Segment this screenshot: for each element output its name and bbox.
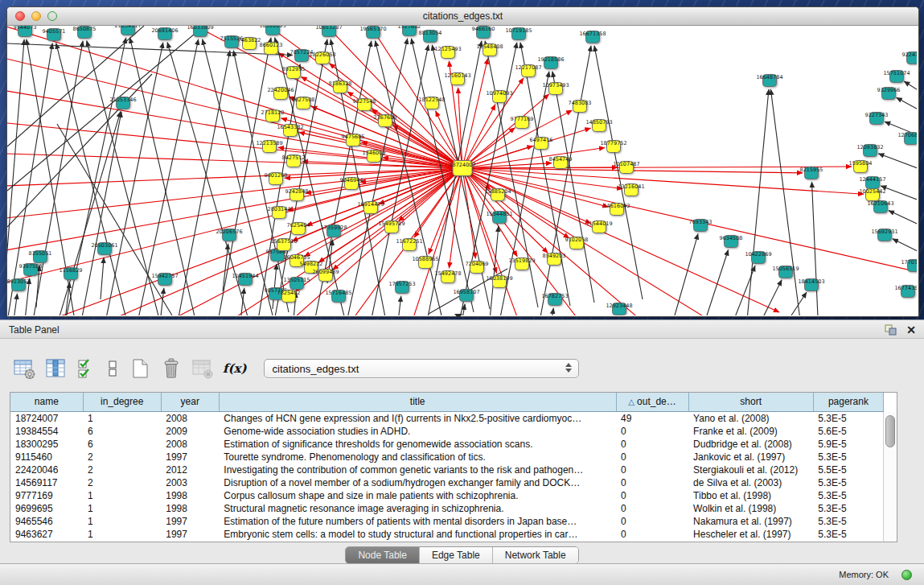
graph-node[interactable]: 8427512 bbox=[282, 154, 306, 167]
column-header-title[interactable]: title bbox=[219, 393, 616, 411]
row-height-button[interactable] bbox=[104, 355, 121, 382]
graph-node[interactable]: 11544019 bbox=[585, 220, 612, 233]
table-row[interactable]: 969969511998Structural magnetic resonanc… bbox=[10, 502, 884, 515]
graph-node[interactable]: 1156829 bbox=[60, 267, 83, 280]
graph-node[interactable]: 14850793 bbox=[585, 119, 612, 132]
graph-node[interactable]: 9634508 bbox=[720, 235, 743, 248]
graph-node[interactable]: 15344851 bbox=[486, 211, 512, 224]
select-rows-button[interactable] bbox=[74, 355, 98, 382]
graph-node[interactable]: 2803144 bbox=[268, 206, 291, 219]
graph-node[interactable]: 16543382 bbox=[277, 124, 303, 137]
graph-node[interactable]: 18226058 bbox=[309, 51, 335, 64]
graph-node[interactable]: 8650875 bbox=[73, 26, 97, 39]
graph-node[interactable]: 15751074 bbox=[883, 70, 910, 83]
column-header-in_degree[interactable]: in_degree bbox=[83, 393, 161, 411]
column-header-out_degree[interactable]: △out_de… bbox=[616, 393, 688, 411]
graph-node[interactable]: 7825402 bbox=[277, 290, 301, 303]
graph-node[interactable]: 12706815 bbox=[897, 132, 917, 145]
graph-node[interactable]: 17957253 bbox=[388, 281, 415, 294]
graph-node[interactable]: 16774352 bbox=[894, 285, 917, 298]
window-titlebar[interactable]: citations_edges.txt bbox=[7, 7, 918, 26]
graph-node[interactable]: 9242848 bbox=[285, 188, 309, 201]
graph-node[interactable]: 15492478 bbox=[434, 270, 461, 283]
graph-node[interactable]: 8215955 bbox=[800, 167, 823, 179]
table-row[interactable]: 1830029562008Estimation of significance … bbox=[10, 438, 884, 451]
graph-node[interactable]: 10653287 bbox=[315, 26, 342, 37]
column-header-name[interactable]: name bbox=[10, 393, 83, 411]
graph-node[interactable]: 15885204 bbox=[484, 188, 511, 201]
graph-node[interactable]: 16033809 bbox=[187, 26, 213, 37]
graph-node[interactable]: 7463822 bbox=[238, 37, 261, 50]
graph-node[interactable]: 16648784 bbox=[756, 74, 782, 87]
graph-node[interactable]: 12923448 bbox=[606, 303, 632, 315]
graph-node[interactable]: 15942757 bbox=[151, 273, 178, 286]
graph-hub-node[interactable]: 18724007 bbox=[449, 161, 475, 176]
graph-node[interactable]: 9227343 bbox=[865, 112, 889, 125]
function-builder-button[interactable]: f(x) bbox=[221, 355, 248, 382]
graph-node[interactable]: 10025442 bbox=[859, 188, 885, 201]
graph-node[interactable]: 12444157 bbox=[859, 176, 885, 189]
graph-node[interactable]: 10719185 bbox=[505, 27, 532, 40]
graph-node[interactable]: 18414503 bbox=[798, 278, 824, 291]
column-header-short[interactable]: short bbox=[688, 393, 813, 411]
graph-node[interactable]: 9777169 bbox=[511, 116, 534, 129]
tab-edge-table[interactable]: Edge Table bbox=[419, 547, 492, 563]
graph-node[interactable]: 7625404 bbox=[287, 222, 310, 235]
graph-node[interactable]: 20691406 bbox=[151, 27, 178, 40]
graph-node[interactable]: 1527602 bbox=[398, 26, 421, 36]
graph-node[interactable]: 12160143 bbox=[444, 72, 470, 85]
graph-node[interactable]: 8186328 bbox=[329, 80, 352, 93]
table-selector-dropdown[interactable]: citations_edges.txt bbox=[264, 359, 579, 378]
graph-node[interactable]: 16958107 bbox=[453, 289, 479, 302]
graph-node[interactable]: 13519829 bbox=[508, 257, 535, 270]
graph-node[interactable]: 9102058 bbox=[565, 237, 589, 249]
table-row[interactable]: 1872400712008Changes of HCN gene express… bbox=[10, 411, 884, 425]
graph-node[interactable]: 13216041 bbox=[618, 183, 644, 196]
graph-node[interactable]: 8355051 bbox=[29, 250, 52, 263]
table-row[interactable]: 2242004622012Investigating the contribut… bbox=[10, 463, 884, 476]
table-row[interactable]: 977716911998Corpus callosum shape and si… bbox=[10, 489, 884, 502]
graph-node[interactable]: 11672251 bbox=[396, 238, 422, 251]
table-row[interactable]: 946362711997Embryonic stem cells: a mode… bbox=[10, 528, 884, 541]
graph-node[interactable]: 11451944 bbox=[232, 273, 258, 286]
graph-node[interactable]: 17703043 bbox=[901, 259, 917, 272]
graph-node[interactable]: 2718120 bbox=[261, 109, 285, 122]
graph-node[interactable]: 12217087 bbox=[515, 64, 541, 77]
graph-node[interactable]: 11548408 bbox=[476, 43, 503, 56]
graph-node[interactable]: 9901268 bbox=[265, 172, 288, 185]
graph-node[interactable]: 6497416 bbox=[530, 137, 553, 150]
graph-node[interactable]: 16671358 bbox=[579, 31, 606, 43]
graph-node[interactable]: 21053346 bbox=[109, 97, 136, 109]
graph-node[interactable]: 9224759 bbox=[902, 51, 917, 64]
select-columns-button[interactable] bbox=[43, 355, 68, 382]
graph-node[interactable]: 19565370 bbox=[359, 26, 386, 39]
create-column-button[interactable] bbox=[127, 355, 153, 382]
close-panel-button[interactable]: ✕ bbox=[906, 323, 916, 336]
graph-node[interactable]: 16038199 bbox=[486, 275, 512, 288]
table-row[interactable]: 1456911722003Disruption of a novel membe… bbox=[10, 476, 884, 489]
graph-node[interactable]: 16782753 bbox=[541, 293, 568, 306]
graph-node[interactable]: 21034917 bbox=[114, 26, 141, 35]
tab-node-table[interactable]: Node Table bbox=[346, 547, 419, 563]
table-row[interactable]: 1938455462009Genome-wide association stu… bbox=[10, 425, 884, 438]
graph-node[interactable]: 9466160 bbox=[472, 26, 495, 39]
split-pane-handle[interactable] bbox=[454, 314, 462, 319]
network-canvas[interactable]: 9544073940557186508752103491720691406160… bbox=[7, 26, 917, 315]
graph-node[interactable]: 10974093 bbox=[486, 90, 512, 103]
graph-node[interactable]: 15056519 bbox=[772, 266, 799, 278]
graph-node[interactable]: 10973493 bbox=[542, 82, 569, 95]
graph-node[interactable]: 20206576 bbox=[216, 229, 242, 241]
column-header-pagerank[interactable]: pagerank bbox=[813, 393, 883, 411]
graph-node[interactable]: 7693343 bbox=[689, 219, 713, 232]
delete-column-button[interactable] bbox=[158, 355, 184, 382]
table-row[interactable]: 946554611997Estimation of the future num… bbox=[10, 515, 884, 528]
table-settings-button[interactable] bbox=[11, 355, 37, 382]
graph-node[interactable]: 18779752 bbox=[600, 140, 626, 153]
graph-node[interactable]: 7204069 bbox=[466, 261, 489, 274]
tab-network-table[interactable]: Network Table bbox=[492, 547, 578, 563]
graph-node[interactable]: 15716485 bbox=[325, 290, 351, 303]
graph-node[interactable]: 8813054 bbox=[419, 30, 442, 43]
delete-table-button[interactable] bbox=[190, 355, 216, 382]
graph-node[interactable]: 8660123 bbox=[260, 42, 283, 55]
graph-node[interactable]: 10590093 bbox=[259, 26, 285, 35]
